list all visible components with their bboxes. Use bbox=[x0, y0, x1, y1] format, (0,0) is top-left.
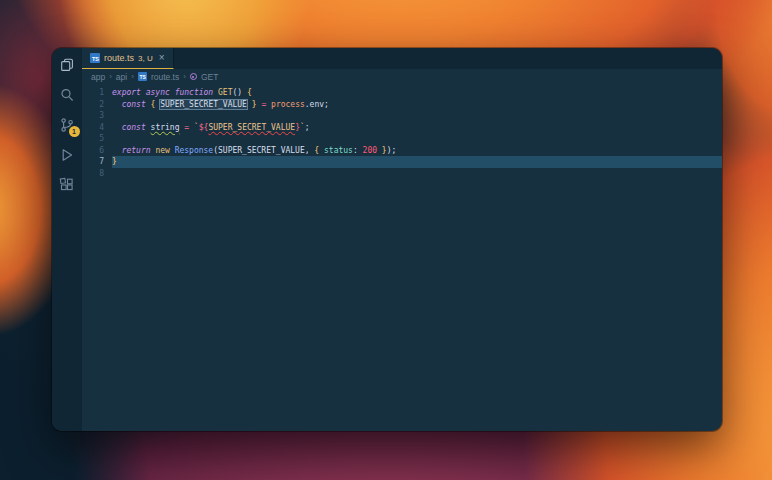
search-icon[interactable] bbox=[59, 86, 76, 103]
line-number: 1 bbox=[82, 87, 104, 99]
code-line[interactable]: 4 const string = `${SUPER_SECRET_VALUE}`… bbox=[82, 122, 722, 134]
breadcrumb: app › api › TS route.ts › GET bbox=[82, 69, 722, 84]
typescript-file-icon: TS bbox=[138, 72, 147, 81]
line-text: export async function GET() { bbox=[112, 87, 722, 99]
code-line[interactable]: 3 bbox=[82, 110, 722, 122]
line-number: 8 bbox=[82, 168, 104, 180]
chevron-right-icon: › bbox=[131, 72, 134, 81]
code-line[interactable]: 6 return new Response(SUPER_SECRET_VALUE… bbox=[82, 145, 722, 157]
breadcrumb-symbol-get[interactable]: GET bbox=[201, 72, 218, 82]
desktop-wallpaper: 1 TS route.ts bbox=[0, 0, 772, 480]
source-control-badge: 1 bbox=[69, 126, 80, 137]
run-and-debug-icon[interactable] bbox=[59, 146, 76, 163]
line-text: return new Response(SUPER_SECRET_VALUE, … bbox=[112, 145, 722, 157]
line-number: 2 bbox=[82, 99, 104, 111]
tab-git-decoration: 3, U bbox=[138, 54, 153, 63]
code-editor[interactable]: 1export async function GET() {2 const { … bbox=[82, 84, 722, 431]
line-text: const string = `${SUPER_SECRET_VALUE}`; bbox=[112, 122, 722, 134]
line-text: } bbox=[112, 156, 722, 168]
line-text bbox=[112, 110, 722, 122]
line-text bbox=[112, 168, 722, 180]
tab-route-ts[interactable]: TS route.ts 3, U × bbox=[82, 48, 174, 69]
code-lines: 1export async function GET() {2 const { … bbox=[82, 87, 722, 179]
tab-bar: TS route.ts 3, U × bbox=[82, 48, 722, 69]
close-icon[interactable]: × bbox=[159, 53, 165, 63]
line-number: 4 bbox=[82, 122, 104, 134]
source-control-icon[interactable]: 1 bbox=[59, 116, 76, 133]
breadcrumb-item-file[interactable]: route.ts bbox=[151, 72, 179, 82]
symbol-method-icon bbox=[190, 73, 197, 80]
typescript-file-icon: TS bbox=[90, 53, 100, 63]
code-line[interactable]: 7} bbox=[82, 156, 722, 168]
code-line[interactable]: 8 bbox=[82, 168, 722, 180]
code-line[interactable]: 2 const { SUPER_SECRET_VALUE } = process… bbox=[82, 99, 722, 111]
chevron-right-icon: › bbox=[183, 72, 186, 81]
editor-group: TS route.ts 3, U × app › api › TS route.… bbox=[82, 48, 722, 431]
activity-bar: 1 bbox=[52, 48, 82, 431]
code-line[interactable]: 5 bbox=[82, 133, 722, 145]
tab-title: route.ts bbox=[104, 53, 134, 63]
line-text: const { SUPER_SECRET_VALUE } = process.e… bbox=[112, 99, 722, 111]
line-number: 5 bbox=[82, 133, 104, 145]
chevron-right-icon: › bbox=[109, 72, 112, 81]
line-text bbox=[112, 133, 722, 145]
breadcrumb-item-api[interactable]: api bbox=[116, 72, 127, 82]
extensions-icon[interactable] bbox=[59, 176, 76, 193]
line-number: 7 bbox=[82, 156, 104, 168]
line-number: 3 bbox=[82, 110, 104, 122]
vscode-window: 1 TS route.ts bbox=[52, 48, 722, 431]
code-line[interactable]: 1export async function GET() { bbox=[82, 87, 722, 99]
explorer-icon[interactable] bbox=[59, 56, 76, 73]
line-number: 6 bbox=[82, 145, 104, 157]
breadcrumb-item-app[interactable]: app bbox=[91, 72, 105, 82]
